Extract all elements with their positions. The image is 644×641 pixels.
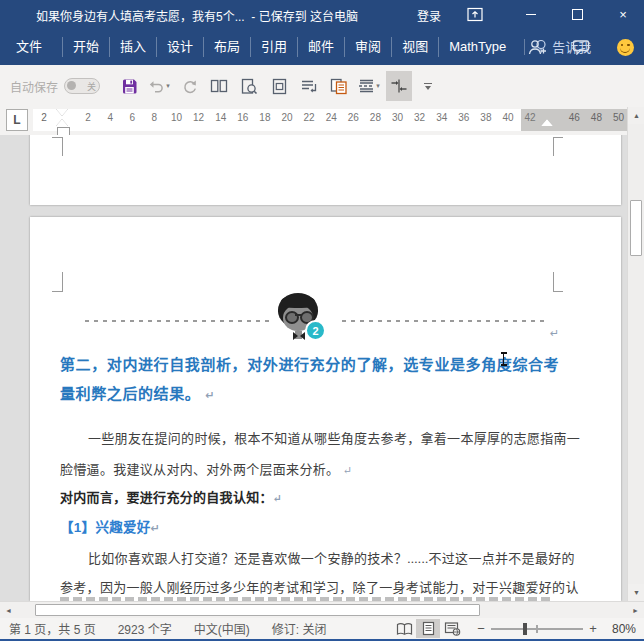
crop-mark — [62, 272, 63, 292]
tab-design[interactable]: 设计 — [156, 37, 203, 57]
scroll-up-arrow[interactable]: ▲ — [628, 107, 644, 124]
minimize-button[interactable] — [516, 0, 546, 28]
page-indicator[interactable]: 第 1 页，共 5 页 — [9, 620, 96, 637]
ruler-number: 14 — [213, 112, 229, 123]
vertical-scrollbar-thumb[interactable] — [630, 200, 642, 256]
tab-mathtype[interactable]: MathType — [438, 37, 516, 57]
tab-mailings[interactable]: 邮件 — [297, 37, 344, 57]
tab-view[interactable]: 视图 — [391, 37, 438, 57]
read-mode-view-button[interactable] — [392, 619, 416, 638]
bold-subheading: 对内而言，要进行充分的自我认知：↵ — [60, 487, 282, 506]
tab-review[interactable]: 审阅 — [344, 37, 391, 57]
ruler-number: 24 — [323, 112, 339, 123]
ruler-margin-number: 2 — [36, 112, 52, 123]
vertical-scrollbar[interactable]: ▲ ▼ — [627, 107, 644, 601]
tab-layout[interactable]: 布局 — [203, 37, 250, 57]
tab-insert[interactable]: 插入 — [109, 37, 156, 57]
ruler-number: 40 — [500, 112, 516, 123]
ruler-number: 38 — [478, 112, 494, 123]
zoom-out-button[interactable]: − — [474, 621, 488, 636]
page-2[interactable] — [30, 217, 621, 601]
print-preview-button[interactable] — [236, 71, 262, 101]
paragraph-mark: ↵ — [550, 327, 559, 340]
close-button[interactable]: × — [608, 0, 638, 28]
list-item-interest: 【1】兴趣爱好↵ — [60, 516, 160, 536]
print-layout-view-button[interactable] — [416, 619, 440, 638]
page-setup-button[interactable] — [266, 71, 292, 101]
page-1-bottom[interactable] — [30, 135, 621, 205]
horizontal-scrollbar-thumb[interactable] — [35, 604, 480, 616]
web-layout-icon — [444, 621, 461, 636]
ruler-number: 16 — [235, 112, 251, 123]
share-button[interactable] — [522, 32, 552, 62]
save-button[interactable] — [116, 71, 142, 101]
web-layout-view-button[interactable] — [440, 619, 464, 638]
autosave-switch: 关 — [64, 78, 100, 94]
read-mode-button[interactable] — [206, 71, 232, 101]
autosave-toggle[interactable]: 自动保存 关 — [10, 78, 100, 95]
paragraph-mark: ↵ — [343, 464, 353, 476]
page-break-icon — [358, 78, 375, 94]
para1-line2: 脸懵逼。我建议从对内、对外两个层面来分析。 ↵ — [60, 459, 352, 478]
redo-button[interactable] — [176, 71, 202, 101]
page-break-button[interactable]: ▾ — [356, 71, 382, 101]
tab-references[interactable]: 引用 — [250, 37, 297, 57]
scroll-down-arrow[interactable]: ▼ — [628, 584, 644, 601]
formatting-marks-icon — [390, 78, 408, 94]
sign-in-button[interactable]: 登录 — [417, 7, 441, 24]
text-cursor-pointer — [499, 352, 508, 366]
paragraph-mark: ↵ — [205, 389, 215, 401]
hanging-indent-marker[interactable] — [56, 119, 68, 126]
page-break-dropdown-arrow[interactable]: ▾ — [376, 82, 380, 90]
right-indent-marker[interactable] — [541, 119, 553, 126]
zoom-slider[interactable] — [491, 622, 583, 636]
dashed-divider-left — [85, 320, 271, 322]
first-line-indent-marker[interactable] — [56, 109, 68, 116]
word-count[interactable]: 2923 个字 — [118, 620, 172, 637]
document-title: 如果你身边有人填高考志愿，我有5个... - 已保存到 这台电脑 — [36, 7, 358, 24]
qat-customize-button[interactable] — [420, 71, 436, 101]
paragraph-mark: ↵ — [151, 522, 161, 534]
formatting-marks-button[interactable] — [386, 71, 412, 101]
numbering-button[interactable] — [296, 71, 322, 101]
ruler-number: 22 — [301, 112, 317, 123]
language-indicator[interactable]: 中文(中国) — [194, 620, 250, 637]
heading-line2: 量利弊之后的结果。 ↵ — [60, 382, 215, 403]
ruler-number: 36 — [456, 112, 472, 123]
qat-more-icon — [424, 83, 432, 84]
maximize-button[interactable] — [562, 0, 592, 28]
zoom-percentage[interactable]: 80% — [600, 622, 636, 636]
undo-button[interactable]: ▾ — [146, 71, 172, 101]
save-icon — [121, 78, 138, 95]
zoom-slider-thumb[interactable] — [523, 623, 527, 635]
ruler-number: 10 — [169, 112, 185, 123]
tab-file[interactable]: 文件 — [6, 37, 52, 57]
para2-line1: 比如你喜欢跟人打交道？还是喜欢做一个安静的技术？......不过这一点并不是最好… — [88, 548, 575, 567]
copy-format-button[interactable] — [326, 71, 352, 101]
comments-button[interactable] — [566, 32, 596, 62]
scroll-left-arrow[interactable]: ◄ — [0, 602, 17, 618]
page-border-icon — [271, 78, 288, 95]
tab-home[interactable]: 开始 — [62, 37, 109, 57]
crop-mark — [52, 137, 62, 138]
undo-icon — [148, 78, 165, 94]
horizontal-scrollbar[interactable]: ◄ ► — [0, 601, 644, 618]
ruler-number: 34 — [434, 112, 450, 123]
ruler-number: 46 — [566, 112, 582, 123]
avatar-image[interactable]: 2 — [274, 293, 324, 343]
two-page-view-icon — [210, 78, 228, 94]
read-mode-icon — [396, 622, 413, 636]
feedback-smiley-button[interactable] — [610, 32, 640, 62]
maximize-icon — [572, 9, 583, 20]
scroll-right-arrow[interactable]: ► — [627, 602, 644, 618]
zoom-control: − + 80% — [474, 621, 636, 636]
crop-mark — [553, 137, 554, 156]
undo-dropdown-arrow[interactable]: ▾ — [166, 82, 170, 90]
two-pages-icon — [330, 78, 348, 95]
track-changes-indicator[interactable]: 修订: 关闭 — [272, 620, 327, 637]
zoom-in-button[interactable]: + — [586, 621, 600, 636]
paragraph-mark: ↵ — [273, 492, 283, 504]
tab-stop-selector[interactable]: L — [6, 109, 28, 131]
ribbon-display-options-button[interactable] — [460, 0, 490, 28]
quick-access-toolbar: 自动保存 关 ▾ ▾ — [0, 65, 644, 107]
